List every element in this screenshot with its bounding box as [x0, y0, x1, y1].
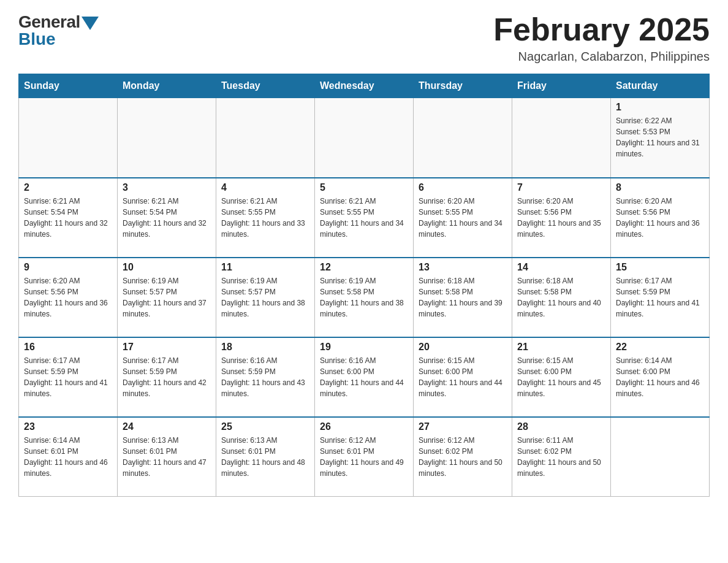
- day-info: Sunrise: 6:19 AMSunset: 5:58 PMDaylight:…: [320, 275, 408, 320]
- day-info: Sunrise: 6:13 AMSunset: 6:01 PMDaylight:…: [123, 435, 211, 479]
- weekday-header-wednesday: Wednesday: [315, 74, 414, 98]
- month-title: February 2025: [493, 12, 710, 47]
- day-info: Sunrise: 6:17 AMSunset: 5:59 PMDaylight:…: [123, 355, 211, 399]
- calendar-cell: 12Sunrise: 6:19 AMSunset: 5:58 PMDayligh…: [315, 258, 414, 337]
- day-number: 13: [419, 262, 507, 273]
- day-info: Sunrise: 6:18 AMSunset: 5:58 PMDaylight:…: [419, 275, 507, 320]
- day-number: 22: [616, 342, 704, 353]
- day-info: Sunrise: 6:20 AMSunset: 5:56 PMDaylight:…: [616, 196, 704, 240]
- day-number: 21: [517, 342, 605, 353]
- day-number: 17: [123, 342, 211, 353]
- calendar-cell: 26Sunrise: 6:12 AMSunset: 6:01 PMDayligh…: [315, 417, 414, 497]
- day-info: Sunrise: 6:14 AMSunset: 6:01 PMDaylight:…: [24, 435, 112, 479]
- logo-blue-text: Blue: [18, 29, 56, 49]
- calendar-cell: [315, 98, 414, 178]
- calendar-week-row: 1Sunrise: 6:22 AMSunset: 5:53 PMDaylight…: [19, 98, 710, 178]
- day-info: Sunrise: 6:20 AMSunset: 5:56 PMDaylight:…: [24, 275, 112, 320]
- day-number: 9: [24, 262, 112, 273]
- day-info: Sunrise: 6:19 AMSunset: 5:57 PMDaylight:…: [123, 275, 211, 320]
- calendar-week-row: 9Sunrise: 6:20 AMSunset: 5:56 PMDaylight…: [19, 258, 710, 337]
- calendar-cell: 15Sunrise: 6:17 AMSunset: 5:59 PMDayligh…: [611, 258, 710, 337]
- calendar-header-row: SundayMondayTuesdayWednesdayThursdayFrid…: [19, 74, 710, 98]
- calendar-cell: 23Sunrise: 6:14 AMSunset: 6:01 PMDayligh…: [19, 417, 118, 497]
- day-info: Sunrise: 6:14 AMSunset: 6:00 PMDaylight:…: [616, 355, 704, 399]
- location-title: Nagcarlan, Calabarzon, Philippines: [493, 50, 710, 64]
- day-info: Sunrise: 6:12 AMSunset: 6:01 PMDaylight:…: [320, 435, 408, 479]
- calendar-cell: 1Sunrise: 6:22 AMSunset: 5:53 PMDaylight…: [611, 98, 710, 178]
- weekday-header-tuesday: Tuesday: [216, 74, 315, 98]
- calendar-cell: 25Sunrise: 6:13 AMSunset: 6:01 PMDayligh…: [216, 417, 315, 497]
- weekday-header-monday: Monday: [118, 74, 216, 98]
- calendar-cell: 7Sunrise: 6:20 AMSunset: 5:56 PMDaylight…: [512, 178, 611, 258]
- day-info: Sunrise: 6:15 AMSunset: 6:00 PMDaylight:…: [419, 355, 507, 399]
- calendar-cell: 2Sunrise: 6:21 AMSunset: 5:54 PMDaylight…: [19, 178, 118, 258]
- day-info: Sunrise: 6:17 AMSunset: 5:59 PMDaylight:…: [24, 355, 112, 399]
- calendar-cell: 21Sunrise: 6:15 AMSunset: 6:00 PMDayligh…: [512, 337, 611, 417]
- calendar-cell: [118, 98, 216, 178]
- calendar-cell: [611, 417, 710, 497]
- day-number: 2: [24, 182, 112, 193]
- day-number: 24: [123, 421, 211, 432]
- calendar-week-row: 16Sunrise: 6:17 AMSunset: 5:59 PMDayligh…: [19, 337, 710, 417]
- calendar-cell: 3Sunrise: 6:21 AMSunset: 5:54 PMDaylight…: [118, 178, 216, 258]
- weekday-header-saturday: Saturday: [611, 74, 710, 98]
- calendar-cell: 14Sunrise: 6:18 AMSunset: 5:58 PMDayligh…: [512, 258, 611, 337]
- page-header: General Blue February 2025 Nagcarlan, Ca…: [18, 12, 710, 64]
- day-info: Sunrise: 6:16 AMSunset: 6:00 PMDaylight:…: [320, 355, 408, 399]
- calendar-week-row: 2Sunrise: 6:21 AMSunset: 5:54 PMDaylight…: [19, 178, 710, 258]
- day-number: 23: [24, 421, 112, 432]
- day-number: 20: [419, 342, 507, 353]
- calendar-cell: [216, 98, 315, 178]
- day-info: Sunrise: 6:21 AMSunset: 5:55 PMDaylight:…: [320, 196, 408, 240]
- day-number: 4: [221, 182, 309, 193]
- day-info: Sunrise: 6:16 AMSunset: 5:59 PMDaylight:…: [221, 355, 309, 399]
- day-number: 5: [320, 182, 408, 193]
- day-info: Sunrise: 6:15 AMSunset: 6:00 PMDaylight:…: [517, 355, 605, 399]
- calendar-cell: 4Sunrise: 6:21 AMSunset: 5:55 PMDaylight…: [216, 178, 315, 258]
- day-info: Sunrise: 6:20 AMSunset: 5:56 PMDaylight:…: [517, 196, 605, 240]
- calendar-cell: [414, 98, 512, 178]
- day-number: 10: [123, 262, 211, 273]
- day-number: 28: [517, 421, 605, 432]
- day-number: 15: [616, 262, 704, 273]
- day-number: 16: [24, 342, 112, 353]
- logo-triangle-icon: [82, 17, 99, 30]
- day-number: 6: [419, 182, 507, 193]
- logo: General Blue: [18, 12, 99, 49]
- day-info: Sunrise: 6:12 AMSunset: 6:02 PMDaylight:…: [419, 435, 507, 479]
- day-info: Sunrise: 6:21 AMSunset: 5:54 PMDaylight:…: [123, 196, 211, 240]
- day-info: Sunrise: 6:20 AMSunset: 5:55 PMDaylight:…: [419, 196, 507, 240]
- day-number: 11: [221, 262, 309, 273]
- calendar-cell: 28Sunrise: 6:11 AMSunset: 6:02 PMDayligh…: [512, 417, 611, 497]
- weekday-header-sunday: Sunday: [19, 74, 118, 98]
- calendar-cell: 5Sunrise: 6:21 AMSunset: 5:55 PMDaylight…: [315, 178, 414, 258]
- calendar-cell: 19Sunrise: 6:16 AMSunset: 6:00 PMDayligh…: [315, 337, 414, 417]
- day-info: Sunrise: 6:21 AMSunset: 5:54 PMDaylight:…: [24, 196, 112, 240]
- day-number: 27: [419, 421, 507, 432]
- day-info: Sunrise: 6:13 AMSunset: 6:01 PMDaylight:…: [221, 435, 309, 479]
- calendar-cell: 18Sunrise: 6:16 AMSunset: 5:59 PMDayligh…: [216, 337, 315, 417]
- calendar-cell: 24Sunrise: 6:13 AMSunset: 6:01 PMDayligh…: [118, 417, 216, 497]
- day-number: 1: [616, 102, 704, 113]
- weekday-header-friday: Friday: [512, 74, 611, 98]
- day-info: Sunrise: 6:22 AMSunset: 5:53 PMDaylight:…: [616, 115, 704, 159]
- calendar-cell: [512, 98, 611, 178]
- day-info: Sunrise: 6:18 AMSunset: 5:58 PMDaylight:…: [517, 275, 605, 320]
- calendar-cell: 17Sunrise: 6:17 AMSunset: 5:59 PMDayligh…: [118, 337, 216, 417]
- calendar-cell: 9Sunrise: 6:20 AMSunset: 5:56 PMDaylight…: [19, 258, 118, 337]
- calendar-cell: 13Sunrise: 6:18 AMSunset: 5:58 PMDayligh…: [414, 258, 512, 337]
- calendar-cell: 22Sunrise: 6:14 AMSunset: 6:00 PMDayligh…: [611, 337, 710, 417]
- day-info: Sunrise: 6:21 AMSunset: 5:55 PMDaylight:…: [221, 196, 309, 240]
- day-number: 3: [123, 182, 211, 193]
- day-number: 14: [517, 262, 605, 273]
- calendar-cell: 27Sunrise: 6:12 AMSunset: 6:02 PMDayligh…: [414, 417, 512, 497]
- day-number: 7: [517, 182, 605, 193]
- day-number: 12: [320, 262, 408, 273]
- calendar-cell: 20Sunrise: 6:15 AMSunset: 6:00 PMDayligh…: [414, 337, 512, 417]
- day-info: Sunrise: 6:19 AMSunset: 5:57 PMDaylight:…: [221, 275, 309, 320]
- calendar-table: SundayMondayTuesdayWednesdayThursdayFrid…: [18, 74, 710, 497]
- day-info: Sunrise: 6:11 AMSunset: 6:02 PMDaylight:…: [517, 435, 605, 479]
- calendar-cell: 6Sunrise: 6:20 AMSunset: 5:55 PMDaylight…: [414, 178, 512, 258]
- calendar-week-row: 23Sunrise: 6:14 AMSunset: 6:01 PMDayligh…: [19, 417, 710, 497]
- day-number: 19: [320, 342, 408, 353]
